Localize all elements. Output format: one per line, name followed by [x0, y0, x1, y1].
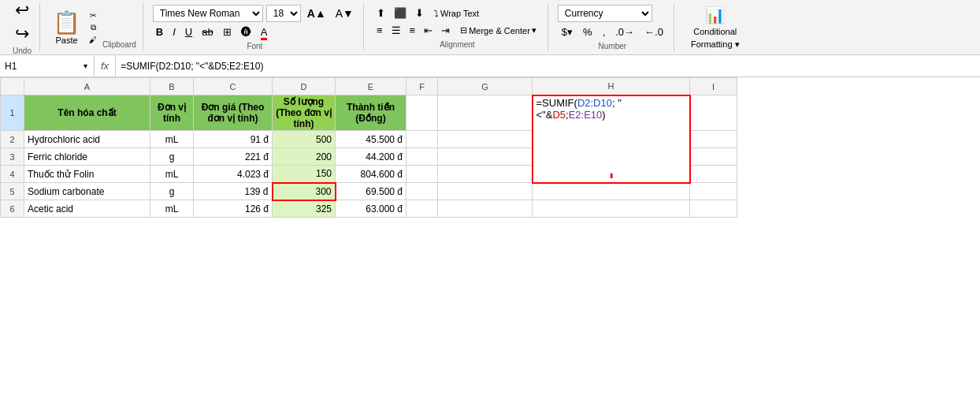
conditional-formatting-button[interactable]: 📊 ConditionalFormatting ▾ [684, 0, 747, 54]
cell-d3[interactable]: 200 [273, 148, 336, 166]
italic-button[interactable]: I [169, 24, 179, 39]
cut-button[interactable]: ✂ [87, 10, 99, 21]
row-header-1: 1 [1, 95, 24, 131]
align-middle-button[interactable]: ⬛ [391, 6, 410, 21]
font-color-button[interactable]: A [258, 24, 271, 39]
cell-d2[interactable]: 500 [273, 131, 336, 148]
bold-button[interactable]: B [153, 24, 166, 39]
comma-button[interactable]: , [599, 24, 610, 39]
col-header-f[interactable]: F [406, 78, 438, 95]
cell-i5[interactable] [690, 183, 737, 200]
cell-f4[interactable] [406, 166, 438, 183]
cell-b2[interactable]: mL [150, 131, 194, 148]
cell-i4[interactable] [690, 166, 737, 183]
cell-e6[interactable]: 63.000 đ [336, 200, 406, 218]
cell-c5[interactable]: 139 đ [194, 183, 273, 200]
align-left-button[interactable]: ≡ [373, 23, 386, 38]
cell-f3[interactable] [406, 148, 438, 166]
cell-d4[interactable]: 150 [273, 166, 336, 183]
align-bottom-button[interactable]: ⬇ [412, 6, 427, 21]
cell-e2[interactable]: 45.500 đ [336, 131, 406, 148]
cell-i1[interactable] [690, 95, 737, 131]
cell-d1[interactable]: Số lượng (Theo đơn vị tính) [273, 95, 336, 131]
cell-g4[interactable] [438, 166, 533, 183]
underline-button[interactable]: U [182, 24, 195, 39]
cell-a1[interactable]: Tên hóa chất [24, 95, 150, 131]
cell-e1[interactable]: Thành tiền (Đồng) [336, 95, 406, 131]
number-format-selector[interactable]: Currency [558, 5, 652, 22]
percent-button[interactable]: % [579, 24, 596, 39]
cell-c1[interactable]: Đơn giá (Theo đơn vị tính) [194, 95, 273, 131]
table-row: 1 Tên hóa chất Đơn vị tính Đơn giá (Theo… [1, 95, 737, 131]
cell-i2[interactable] [690, 131, 737, 148]
undo-button[interactable]: ↩ [11, 0, 33, 21]
format-painter-button[interactable]: 🖌 [87, 35, 99, 45]
col-header-e[interactable]: E [336, 78, 406, 95]
cell-c2[interactable]: 91 đ [194, 131, 273, 148]
copy-button[interactable]: ⧉ [87, 22, 99, 33]
cell-b4[interactable]: mL [150, 166, 194, 183]
borders-button[interactable]: ⊞ [220, 24, 235, 39]
cell-f2[interactable] [406, 131, 438, 148]
format-painter-icon: 🖌 [89, 35, 97, 44]
cell-b6[interactable]: mL [150, 200, 194, 218]
font-size-selector[interactable]: 18 [266, 5, 301, 22]
cell-g1[interactable] [438, 95, 533, 131]
cell-d6[interactable]: 325 [273, 200, 336, 218]
fill-color-button[interactable]: 🅐 [238, 24, 254, 39]
cell-g6[interactable] [438, 200, 533, 218]
cell-a3[interactable]: Ferric chloride [24, 148, 150, 166]
cell-b5[interactable]: g [150, 183, 194, 200]
cell-f5[interactable] [406, 183, 438, 200]
cell-h6[interactable] [533, 200, 690, 218]
formula-input[interactable] [116, 59, 980, 73]
cell-f6[interactable] [406, 200, 438, 218]
cell-h1[interactable]: =SUMIF(D2:D10; "<"&D5;E2:E10) ▮ [533, 95, 690, 183]
cell-g2[interactable] [438, 131, 533, 148]
cell-a5[interactable]: Sodium carbonate [24, 183, 150, 200]
col-header-i[interactable]: I [690, 78, 737, 95]
cell-f1[interactable] [406, 95, 438, 131]
cell-c4[interactable]: 4.023 đ [194, 166, 273, 183]
font-grow-button[interactable]: A▲ [304, 6, 329, 21]
cell-i6[interactable] [690, 200, 737, 218]
col-header-b[interactable]: B [150, 78, 194, 95]
col-header-c[interactable]: C [194, 78, 273, 95]
cell-e3[interactable]: 44.200 đ [336, 148, 406, 166]
col-header-d[interactable]: D [273, 78, 336, 95]
cell-h5[interactable] [533, 183, 690, 200]
cell-a6[interactable]: Acetic acid [24, 200, 150, 218]
cell-e4[interactable]: 804.600 đ [336, 166, 406, 183]
cell-e5[interactable]: 69.500 đ [336, 183, 406, 200]
cell-g3[interactable] [438, 148, 533, 166]
decrease-decimal-button[interactable]: ←.0 [640, 24, 667, 39]
strikethrough-button[interactable]: ab [199, 24, 216, 39]
cell-g5[interactable] [438, 183, 533, 200]
align-right-button[interactable]: ≡ [406, 23, 419, 38]
cell-c3[interactable]: 221 đ [194, 148, 273, 166]
font-name-selector[interactable]: Times New Roman [153, 5, 263, 22]
col-header-g[interactable]: G [438, 78, 533, 95]
cell-ref-dropdown-button[interactable]: ▾ [82, 62, 89, 70]
cell-i3[interactable] [690, 148, 737, 166]
cell-b1[interactable]: Đơn vị tính [150, 95, 194, 131]
merge-center-button[interactable]: ⊟ Merge & Center ▾ [455, 24, 541, 37]
cell-d5[interactable]: 300 [273, 183, 336, 200]
indent-increase-button[interactable]: ⇥ [438, 23, 453, 38]
increase-decimal-button[interactable]: .0→ [611, 24, 638, 39]
indent-decrease-button[interactable]: ⇤ [421, 23, 436, 38]
col-header-a[interactable]: A [24, 78, 150, 95]
redo-button[interactable]: ↪ [11, 23, 33, 45]
align-top-button[interactable]: ⬆ [373, 6, 388, 21]
cell-c6[interactable]: 126 đ [194, 200, 273, 218]
align-center-button[interactable]: ☰ [388, 23, 404, 38]
cell-b3[interactable]: g [150, 148, 194, 166]
dollar-button[interactable]: $▾ [558, 24, 577, 39]
wrap-text-button[interactable]: ⤵ Wrap Text [429, 7, 484, 20]
col-header-h[interactable]: H [533, 78, 690, 95]
font-shrink-button[interactable]: A▼ [332, 6, 357, 21]
cell-a4[interactable]: Thuốc thử Folin [24, 166, 150, 183]
paste-button[interactable]: 📋 Paste [50, 3, 84, 51]
toolbar: ↩ ↪ Undo 📋 Paste ✂ ⧉ 🖌 Clipboard [0, 0, 980, 55]
cell-a2[interactable]: Hydrochloric acid [24, 131, 150, 148]
